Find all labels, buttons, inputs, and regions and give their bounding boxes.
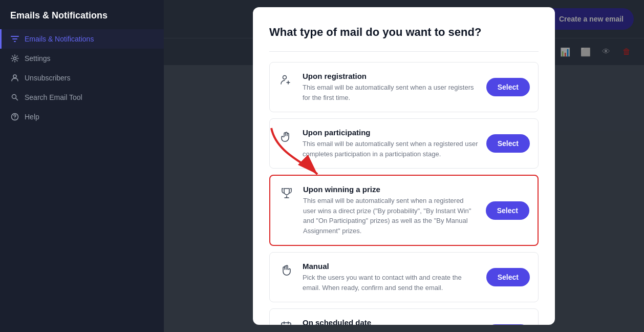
sidebar-navigation: Emails & Notifications Settings Unsubscr… [0, 29, 164, 127]
modal-title: What type of mail do you want to send? [269, 26, 539, 39]
person-icon [10, 73, 19, 82]
filter-icon [10, 34, 19, 44]
email-card-title: Manual [303, 262, 478, 271]
email-card-content: On scheduled date This email will automa… [303, 318, 478, 325]
email-card-desc: This email will be automatically sent wh… [303, 82, 478, 102]
sidebar-item-unsubscribers[interactable]: Unsubscribers [0, 68, 164, 88]
sidebar-item-label: Unsubscribers [25, 74, 70, 82]
email-card-upon-winning-prize: Upon winning a prize This email will be … [269, 175, 539, 246]
svg-point-4 [14, 118, 15, 119]
sidebar-item-label: Emails & Notifications [25, 35, 94, 43]
select-button-scheduled-date[interactable]: Select [486, 324, 530, 325]
svg-point-2 [12, 95, 16, 99]
svg-point-1 [13, 75, 16, 78]
email-card-title: Upon participating [303, 128, 478, 137]
sidebar-item-emails-notifications[interactable]: Emails & Notifications [0, 29, 164, 49]
select-button-registration[interactable]: Select [486, 78, 530, 96]
sidebar-title: Emails & Notifications [0, 0, 164, 29]
email-card-upon-registration: Upon registration This email will be aut… [269, 62, 539, 112]
sidebar-item-label: Settings [25, 54, 51, 63]
email-card-on-scheduled-date: 03 On scheduled date This email will aut… [269, 308, 539, 325]
trophy-icon [278, 185, 295, 201]
email-card-manual: Manual Pick the users you want to contac… [269, 252, 539, 302]
svg-point-6 [283, 76, 287, 79]
email-card-title: On scheduled date [303, 318, 478, 325]
svg-rect-7 [282, 323, 291, 325]
select-button-participating[interactable]: Select [486, 134, 530, 153]
main-content: ⊕ Create a new email ◯ ✏️ 📊 ⬜ 👁 🗑 What t… [164, 0, 644, 332]
email-card-title: Upon registration [303, 72, 478, 80]
hand-manual-icon [278, 262, 294, 278]
sidebar-item-search-email-tool[interactable]: Search Email Tool [0, 88, 164, 107]
select-button-winning-prize[interactable]: Select [486, 201, 529, 220]
sidebar: Emails & Notifications Emails & Notifica… [0, 0, 164, 332]
sidebar-item-help[interactable]: Help [0, 107, 164, 127]
calendar-icon: 03 [278, 318, 294, 325]
email-card-content: Upon participating This email will be au… [303, 128, 478, 159]
help-icon [10, 112, 19, 121]
modal-overlay: What type of mail do you want to send? U… [164, 0, 644, 332]
email-card-upon-participating: Upon participating This email will be au… [269, 118, 539, 169]
hand-icon [278, 128, 294, 144]
email-card-desc: This email will be automatically sent wh… [303, 196, 478, 236]
svg-point-0 [14, 57, 16, 60]
sidebar-item-label: Help [25, 113, 39, 121]
email-card-content: Upon registration This email will be aut… [303, 72, 478, 102]
sidebar-item-label: Search Email Tool [25, 93, 82, 101]
email-card-desc: This email will be automatically sent wh… [303, 139, 478, 159]
person-register-icon [278, 72, 294, 88]
email-card-desc: Pick the users you want to contact with … [303, 273, 478, 293]
email-card-content: Manual Pick the users you want to contac… [303, 262, 478, 293]
email-card-title: Upon winning a prize [303, 185, 478, 194]
modal-divider [269, 51, 539, 52]
select-button-manual[interactable]: Select [486, 268, 530, 286]
sidebar-item-settings[interactable]: Settings [0, 49, 164, 68]
email-type-modal: What type of mail do you want to send? U… [253, 7, 555, 325]
search-icon [10, 93, 19, 102]
gear-icon [10, 54, 19, 63]
email-card-content: Upon winning a prize This email will be … [303, 185, 478, 236]
